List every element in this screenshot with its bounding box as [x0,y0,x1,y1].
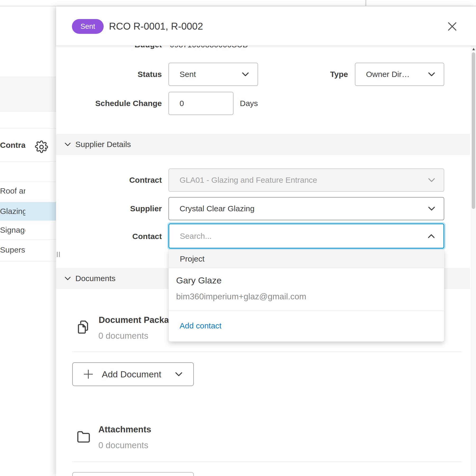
divider [72,351,461,352]
type-select[interactable]: Owner Dir… [355,63,444,86]
section-header-supplier-details[interactable]: Supplier Details [56,134,470,155]
supplier-select-value: Crystal Clear Glazing [180,204,254,213]
attachments-title: Attachments [98,424,151,435]
contract-label: Contract [106,175,162,185]
chevron-down-icon [63,140,72,149]
supplier-label: Supplier [106,204,162,214]
divider [72,461,461,462]
attachments-count: 0 documents [98,440,148,451]
type-label: Type [312,69,348,79]
schedule-change-input[interactable]: 0 [168,92,234,115]
document-packages-count: 0 documents [98,331,148,341]
document-packages-icon [77,320,90,335]
chevron-down-icon [427,175,436,185]
table-row-signage[interactable]: Signage [0,221,56,239]
chevron-down-icon [174,369,184,379]
dropdown-group-label: Project [180,254,204,263]
contract-select-disabled: GLA01 - Glazing and Feature Entrance [168,168,444,192]
top-bar-column-divider [365,0,366,6]
schedule-change-label: Schedule Change [66,98,162,108]
divider [0,261,56,261]
panel-resize-handle[interactable] [56,252,61,257]
divider [0,128,56,129]
contact-dropdown-panel: Project Gary Glaze bim360imperium+glaz@g… [168,250,444,342]
divider [0,239,56,240]
scrollbar-up-arrow[interactable] [472,48,475,50]
close-button[interactable] [446,20,459,33]
close-icon [446,20,459,33]
chevron-down-icon [427,70,436,79]
plus-icon [83,369,94,380]
status-label: Status [106,69,162,79]
scrollbar-thumb[interactable] [472,52,475,209]
supplier-select[interactable]: Crystal Clear Glazing [168,197,444,220]
row-label: Superst [0,241,25,259]
type-select-value: Owner Dir… [366,70,410,79]
divider [169,311,444,311]
contract-select-value: GLA01 - Glazing and Feature Entrance [180,176,317,185]
row-label: Glazing [0,202,25,221]
add-attachment-button-partial[interactable] [72,472,194,476]
chevron-down-icon [427,204,436,213]
status-badge: Sent [72,19,104,34]
table-row-roof-area[interactable]: Roof ar [0,182,56,200]
section-title: Documents [75,274,116,283]
table-row-glazing-selected[interactable]: Glazing [0,202,56,221]
status-select[interactable]: Sent [168,63,258,86]
table-row-superstructure[interactable]: Superst [0,241,56,259]
status-select-value: Sent [180,70,196,79]
chevron-down-icon [63,274,72,283]
contact-search-placeholder: Search... [180,232,212,241]
settings-gear-icon[interactable] [35,140,48,154]
divider [0,202,56,202]
contact-option-name[interactable]: Gary Glaze [176,274,222,286]
dropdown-group-header: Project [169,250,444,268]
background-contracts-panel: Contra Roof ar Glazing Signage Superst [0,6,56,476]
top-bar [0,0,476,6]
chevron-down-icon [241,70,250,79]
contact-search-input[interactable]: Search... [168,223,444,249]
add-document-button[interactable]: Add Document [72,362,194,386]
section-title: Supplier Details [75,140,131,149]
row-label: Roof ar [0,182,25,200]
attachments-folder-icon [77,431,90,443]
background-toolbar-area [0,77,56,112]
chevron-up-icon [427,231,436,241]
schedule-change-value: 0 [180,99,184,108]
divider [0,161,56,162]
row-label: Signage [0,221,25,239]
add-document-label: Add Document [102,369,161,379]
contact-label: Contact [106,231,162,241]
add-contact-link[interactable]: Add contact [180,321,221,331]
contracts-panel-heading: Contra [0,140,25,150]
days-suffix: Days [240,98,258,108]
page-title: RCO R-0001, R-0002 [109,21,203,32]
contact-option-email[interactable]: bim360imperium+glaz@gmail.com [176,291,306,302]
